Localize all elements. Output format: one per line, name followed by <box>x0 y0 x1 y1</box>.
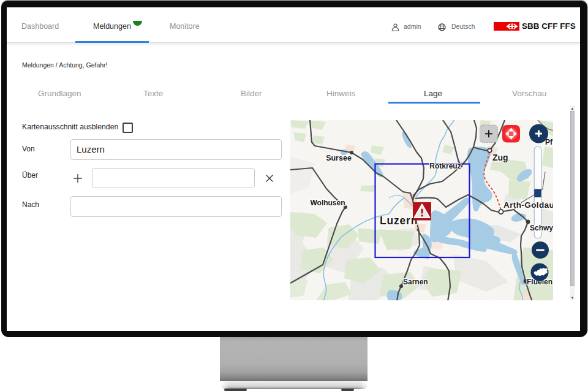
svg-text:Sarnen: Sarnen <box>403 278 428 286</box>
svg-text:Wolhusen: Wolhusen <box>310 199 345 207</box>
svg-text:Luzern: Luzern <box>380 214 418 227</box>
svg-text:Arth-Goldau: Arth-Goldau <box>503 200 553 210</box>
svg-text:Rotkreuz: Rotkreuz <box>429 162 461 170</box>
svg-text:Zug: Zug <box>492 153 508 162</box>
svg-text:Sursee: Sursee <box>326 154 352 162</box>
svg-text:Schwyz: Schwyz <box>530 224 553 232</box>
